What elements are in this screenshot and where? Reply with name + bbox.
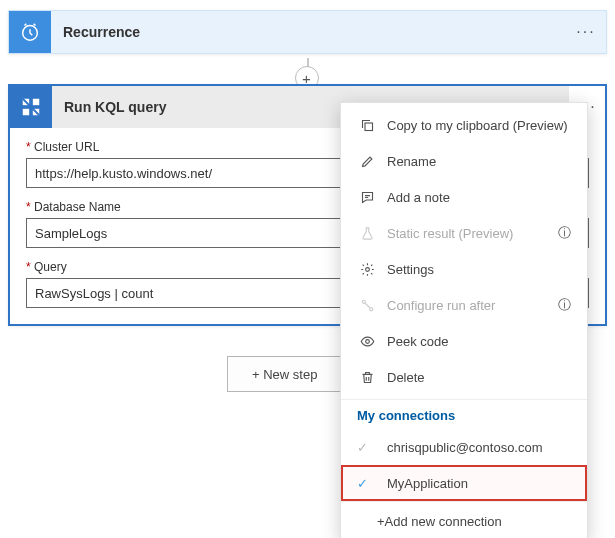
- check-icon: ✓: [357, 440, 377, 455]
- copy-icon: [357, 118, 377, 133]
- recurrence-title: Recurrence: [51, 24, 572, 40]
- gear-icon: [357, 262, 377, 277]
- menu-delete[interactable]: Delete: [341, 359, 587, 395]
- connection-2-label: MyApplication: [377, 476, 571, 491]
- add-connection-button[interactable]: +Add new connection: [341, 501, 587, 538]
- connection-item-2[interactable]: ✓ MyApplication: [341, 465, 587, 501]
- menu-settings-label: Settings: [377, 262, 571, 277]
- svg-point-7: [362, 300, 365, 303]
- svg-rect-3: [23, 109, 29, 115]
- menu-delete-label: Delete: [377, 370, 571, 385]
- connections-header: My connections: [341, 399, 587, 429]
- menu-rename[interactable]: Rename: [341, 143, 587, 179]
- menu-configure-label: Configure run after: [377, 298, 558, 313]
- recurrence-more-button[interactable]: ···: [572, 24, 600, 40]
- connection-item-1[interactable]: ✓ chrisqpublic@contoso.com: [341, 429, 587, 465]
- clock-icon: [9, 11, 51, 53]
- check-icon: ✓: [357, 476, 377, 491]
- menu-note-label: Add a note: [377, 190, 571, 205]
- svg-rect-5: [365, 123, 373, 131]
- pencil-icon: [357, 154, 377, 169]
- info-icon[interactable]: ⓘ: [558, 224, 571, 242]
- info-icon[interactable]: ⓘ: [558, 296, 571, 314]
- kusto-icon: [10, 86, 52, 128]
- flask-icon: [357, 226, 377, 241]
- new-step-button[interactable]: + New step: [227, 356, 342, 392]
- menu-static-result: Static result (Preview) ⓘ: [341, 215, 587, 251]
- menu-static-label: Static result (Preview): [377, 226, 558, 241]
- flow-icon: [357, 298, 377, 313]
- recurrence-step[interactable]: Recurrence ···: [8, 10, 607, 54]
- menu-peek-label: Peek code: [377, 334, 571, 349]
- step-context-menu: Copy to my clipboard (Preview) Rename Ad…: [340, 102, 588, 538]
- menu-configure-run-after: Configure run after ⓘ: [341, 287, 587, 323]
- trash-icon: [357, 370, 377, 385]
- menu-add-note[interactable]: Add a note: [341, 179, 587, 215]
- menu-rename-label: Rename: [377, 154, 571, 169]
- menu-peek-code[interactable]: Peek code: [341, 323, 587, 359]
- menu-copy[interactable]: Copy to my clipboard (Preview): [341, 107, 587, 143]
- connection-1-label: chrisqpublic@contoso.com: [377, 440, 571, 455]
- svg-point-9: [365, 339, 369, 343]
- svg-point-6: [365, 267, 369, 271]
- svg-rect-2: [33, 99, 39, 105]
- svg-point-8: [369, 307, 372, 310]
- eye-icon: [357, 334, 377, 349]
- menu-settings[interactable]: Settings: [341, 251, 587, 287]
- menu-copy-label: Copy to my clipboard (Preview): [377, 118, 571, 133]
- note-icon: [357, 190, 377, 205]
